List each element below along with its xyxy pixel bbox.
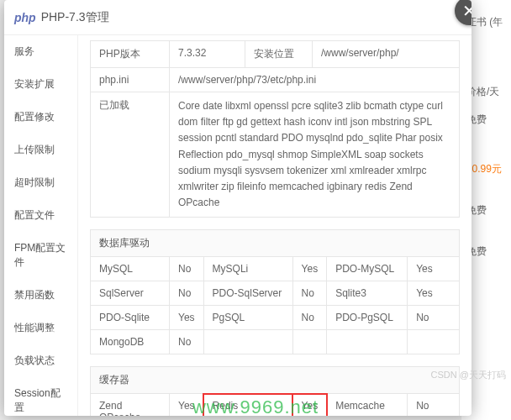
content-area: PHP版本 7.3.32 安装位置 /www/server/php/ php.i… bbox=[78, 35, 471, 416]
sidebar-item-performance[interactable]: 性能调整 bbox=[4, 312, 77, 344]
close-button[interactable]: ✕ bbox=[455, 0, 471, 25]
redis-cell: Redis bbox=[203, 394, 292, 416]
db-section-head: 数据库驱动 bbox=[91, 230, 460, 257]
php-version-label: PHP版本 bbox=[91, 41, 170, 68]
sidebar-item-config[interactable]: 配置修改 bbox=[4, 101, 77, 134]
sidebar-item-load-status[interactable]: 负载状态 bbox=[4, 344, 77, 377]
php-logo: php bbox=[14, 11, 36, 24]
php-version-value: 7.3.32 bbox=[170, 41, 245, 68]
info-table: PHP版本 7.3.32 安装位置 /www/server/php/ php.i… bbox=[90, 40, 460, 218]
modal-title: PHP-7.3管理 bbox=[41, 10, 109, 25]
table-row: PDO-SqliteYes PgSQLNo PDO-PgSQLNo bbox=[91, 306, 460, 330]
sidebar-item-session[interactable]: Session配置 bbox=[4, 377, 77, 416]
table-row: SqlServerNo PDO-SqlServerNo Sqlite3Yes bbox=[91, 281, 460, 306]
modal-titlebar: php PHP-7.3管理 ✕ bbox=[4, 0, 471, 35]
loaded-label: 已加载 bbox=[91, 92, 170, 218]
phpini-label: php.ini bbox=[91, 68, 170, 92]
cache-table: 缓存器 Zend OPcacheYes RedisYes MemcacheNo … bbox=[90, 366, 460, 416]
db-driver-table: 数据库驱动 MySQLNo MySQLiYes PDO-MySQLYes Sql… bbox=[90, 229, 460, 354]
phpini-value: /www/server/php/73/etc/php.ini bbox=[170, 68, 460, 92]
sidebar-item-timeout[interactable]: 超时限制 bbox=[4, 166, 77, 199]
redis-status-cell: Yes bbox=[292, 394, 327, 416]
sidebar-item-service[interactable]: 服务 bbox=[4, 35, 77, 68]
close-icon: ✕ bbox=[462, 1, 472, 21]
table-row: MongoDBNo bbox=[91, 330, 460, 354]
sidebar-item-disabled-fn[interactable]: 禁用函数 bbox=[4, 279, 77, 312]
modal-sidebar: 服务 安装扩展 配置修改 上传限制 超时限制 配置文件 FPM配置文件 禁用函数… bbox=[4, 35, 78, 416]
php-manage-modal: php PHP-7.3管理 ✕ 服务 安装扩展 配置修改 上传限制 超时限制 配… bbox=[4, 0, 471, 416]
sidebar-item-fpm-config[interactable]: FPM配置文件 bbox=[4, 232, 77, 279]
sidebar-item-upload-limit[interactable]: 上传限制 bbox=[4, 134, 77, 166]
table-row: MySQLNo MySQLiYes PDO-MySQLYes bbox=[91, 257, 460, 281]
cache-section-head: 缓存器 bbox=[91, 367, 460, 394]
sidebar-item-config-file[interactable]: 配置文件 bbox=[4, 199, 77, 232]
install-loc-label: 安装位置 bbox=[245, 41, 313, 68]
table-row: Zend OPcacheYes RedisYes MemcacheNo bbox=[91, 394, 460, 416]
loaded-value: Core date libxml openssl pcre sqlite3 zl… bbox=[170, 92, 460, 218]
install-loc-value: /www/server/php/ bbox=[313, 41, 460, 68]
sidebar-item-install-ext[interactable]: 安装扩展 bbox=[4, 68, 77, 101]
